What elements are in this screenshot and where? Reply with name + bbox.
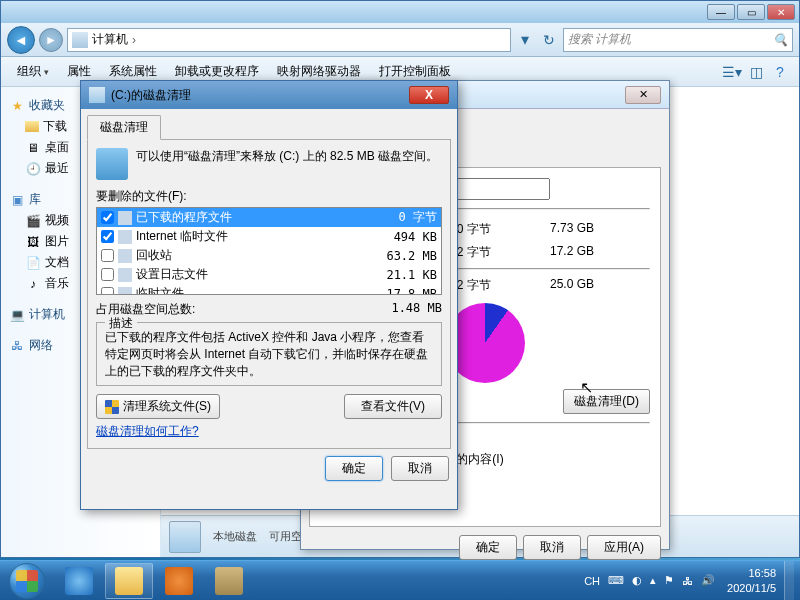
cleanup-buttons: 确定 取消: [81, 456, 457, 489]
cleanup-ok-button[interactable]: 确定: [325, 456, 383, 481]
tray-volume-icon[interactable]: 🔊: [697, 561, 719, 600]
file-category-icon: [118, 287, 132, 296]
tray-ime-mode-icon[interactable]: ⌨: [604, 561, 628, 600]
clean-system-files-button[interactable]: 清理系统文件(S): [96, 394, 220, 419]
folder-icon: [115, 567, 143, 595]
description-text: 已下载的程序文件包括 ActiveX 控件和 Java 小程序，您查看特定网页时…: [105, 329, 433, 379]
search-icon: 🔍: [773, 33, 788, 47]
cleanup-item-checkbox[interactable]: [101, 287, 114, 295]
clock-time: 16:58: [727, 566, 776, 580]
help-button[interactable]: ?: [769, 61, 791, 83]
cleanup-close-button[interactable]: X: [409, 86, 449, 104]
cleanup-item-checkbox[interactable]: [101, 230, 114, 243]
taskbar: CH ⌨ ◐ ▴ ⚑ 🖧 🔊 16:58 2020/11/5: [0, 560, 800, 600]
maximize-button[interactable]: ▭: [737, 4, 765, 20]
description-group: 描述 已下载的程序文件包括 ActiveX 控件和 Java 小程序，您查看特定…: [96, 322, 442, 386]
how-it-works-link[interactable]: 磁盘清理如何工作?: [96, 423, 442, 440]
address-sep: ›: [128, 33, 140, 47]
show-desktop-button[interactable]: [784, 561, 794, 601]
video-icon: 🎬: [25, 213, 41, 229]
cleanup-tabs: 磁盘清理: [81, 109, 457, 140]
folder-icon: [25, 121, 39, 132]
cleanup-header-icon: [96, 148, 128, 180]
windows-logo-icon: [9, 563, 45, 599]
cleanup-list-label: 要删除的文件(F):: [96, 188, 442, 205]
file-category-icon: [118, 249, 132, 263]
file-category-icon: [118, 230, 132, 244]
tray-overflow-icon[interactable]: ▴: [646, 561, 660, 600]
tray-ime[interactable]: CH: [580, 561, 604, 600]
cleanup-item-name: 临时文件: [136, 285, 382, 295]
cleanup-file-list[interactable]: 已下载的程序文件0 字节Internet 临时文件494 KB回收站63.2 M…: [96, 207, 442, 295]
cleanup-titlebar[interactable]: (C:)的磁盘清理 X: [81, 81, 457, 109]
free-gb: 17.2 GB: [550, 244, 594, 261]
recent-icon: 🕘: [25, 161, 41, 177]
address-dropdown[interactable]: ▾: [515, 30, 535, 49]
cleanup-title-text: (C:)的磁盘清理: [111, 87, 191, 104]
tray-action-center-icon[interactable]: ⚑: [660, 561, 678, 600]
file-category-icon: [118, 211, 132, 225]
view-options-button[interactable]: ☰▾: [721, 61, 743, 83]
cleanup-header-text: 可以使用“磁盘清理”来释放 (C:) 上的 82.5 MB 磁盘空间。: [136, 148, 438, 180]
network-icon: 🖧: [9, 338, 25, 354]
cleanup-list-item[interactable]: 已下载的程序文件0 字节: [97, 208, 441, 227]
taskbar-ie[interactable]: [55, 563, 103, 599]
taskbar-mediaplayer[interactable]: [155, 563, 203, 599]
cleanup-tab-main[interactable]: 磁盘清理: [87, 115, 161, 140]
disk-cleanup-button[interactable]: 磁盘清理(D): [563, 389, 650, 414]
search-input[interactable]: 搜索 计算机 🔍: [563, 28, 793, 52]
taskbar-item[interactable]: [205, 563, 253, 599]
cleanup-item-size: 21.1 KB: [386, 268, 437, 282]
cleanup-item-checkbox[interactable]: [101, 211, 114, 224]
explorer-navbar: ◄ ► 计算机 › ▾ ↻ 搜索 计算机 🔍: [1, 23, 799, 57]
minimize-button[interactable]: —: [707, 4, 735, 20]
cleanup-item-name: 回收站: [136, 247, 382, 264]
library-icon: ▣: [9, 192, 25, 208]
tray-input-icon[interactable]: ◐: [628, 561, 646, 600]
computer-icon: 💻: [9, 307, 25, 323]
disk-cleanup-icon: [89, 87, 105, 103]
cleanup-item-name: Internet 临时文件: [136, 228, 390, 245]
toolbar-organize[interactable]: 组织: [9, 60, 57, 83]
nav-forward-button[interactable]: ►: [39, 28, 63, 52]
address-segment[interactable]: 计算机: [92, 31, 128, 48]
address-bar[interactable]: 计算机 ›: [67, 28, 511, 52]
cleanup-list-item[interactable]: 临时文件17.8 MB: [97, 284, 441, 295]
drive-icon: [169, 521, 201, 553]
start-button[interactable]: [0, 561, 54, 601]
cleanup-item-checkbox[interactable]: [101, 268, 114, 281]
view-files-button[interactable]: 查看文件(V): [344, 394, 442, 419]
tray-clock[interactable]: 16:58 2020/11/5: [719, 566, 784, 595]
shield-icon: [105, 400, 119, 414]
refresh-button[interactable]: ↻: [539, 29, 559, 51]
description-title: 描述: [105, 315, 137, 332]
cleanup-item-size: 17.8 MB: [386, 287, 437, 296]
cleanup-list-item[interactable]: 回收站63.2 MB: [97, 246, 441, 265]
cleanup-list-item[interactable]: 设置日志文件21.1 KB: [97, 265, 441, 284]
props-cancel-button[interactable]: 取消: [523, 535, 581, 560]
cleanup-cancel-button[interactable]: 取消: [391, 456, 449, 481]
cleanup-item-name: 已下载的程序文件: [136, 209, 395, 226]
close-icon[interactable]: ✕: [625, 86, 661, 104]
mediaplayer-icon: [165, 567, 193, 595]
cleanup-item-size: 0 字节: [399, 209, 437, 226]
preview-pane-button[interactable]: ◫: [745, 61, 767, 83]
star-icon: ★: [9, 98, 25, 114]
explorer-titlebar: — ▭ ✕: [1, 1, 799, 23]
status-item: 本地磁盘: [213, 529, 257, 544]
props-ok-button[interactable]: 确定: [459, 535, 517, 560]
taskbar-explorer[interactable]: [105, 563, 153, 599]
cleanup-panel: 可以使用“磁盘清理”来释放 (C:) 上的 82.5 MB 磁盘空间。 要删除的…: [87, 139, 451, 449]
cleanup-item-checkbox[interactable]: [101, 249, 114, 262]
music-icon: ♪: [25, 276, 41, 292]
props-apply-button[interactable]: 应用(A): [587, 535, 661, 560]
cleanup-list-item[interactable]: Internet 临时文件494 KB: [97, 227, 441, 246]
desktop-icon: 🖥: [25, 140, 41, 156]
system-tray: CH ⌨ ◐ ▴ ⚑ 🖧 🔊 16:58 2020/11/5: [580, 561, 800, 600]
document-icon: 📄: [25, 255, 41, 271]
app-icon: [215, 567, 243, 595]
cleanup-item-name: 设置日志文件: [136, 266, 382, 283]
close-button[interactable]: ✕: [767, 4, 795, 20]
nav-back-button[interactable]: ◄: [7, 26, 35, 54]
tray-network-icon[interactable]: 🖧: [678, 561, 697, 600]
